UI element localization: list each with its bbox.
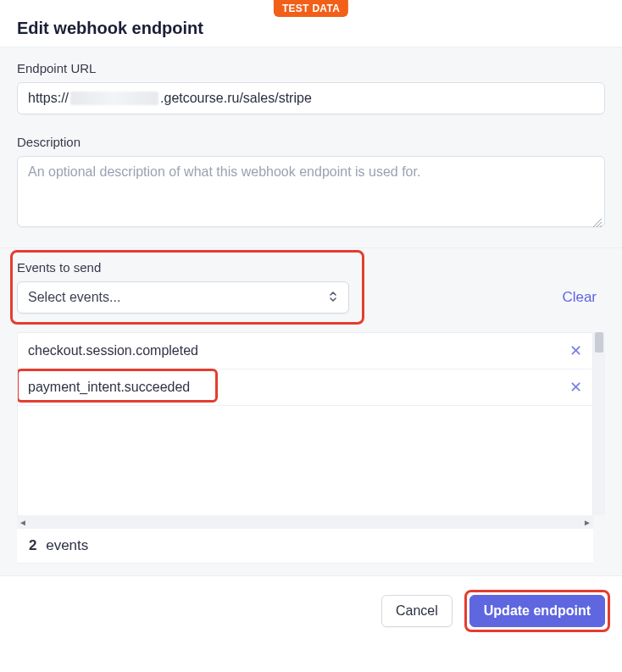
url-suffix: .getcourse.ru/sales/stripe <box>160 91 312 106</box>
dialog-footer: Cancel Update endpoint <box>0 576 622 642</box>
events-section: Events to send Select events... Clear ch… <box>0 248 622 576</box>
events-count-label: events <box>46 537 88 553</box>
events-list: checkout.session.completed ✕ payment_int… <box>17 332 593 529</box>
vertical-scrollbar[interactable] <box>593 332 605 515</box>
event-name: checkout.session.completed <box>28 343 198 358</box>
description-input[interactable] <box>17 156 605 227</box>
events-label: Events to send <box>17 260 605 275</box>
select-events-placeholder: Select events... <box>28 290 120 305</box>
event-name: payment_intent.succeeded <box>28 380 190 395</box>
clear-events-link[interactable]: Clear <box>562 289 597 306</box>
description-label: Description <box>17 135 605 149</box>
select-events-dropdown[interactable]: Select events... <box>17 281 349 314</box>
horizontal-scrollbar[interactable]: ◄ ► <box>17 515 593 529</box>
events-count-summary: 2 events <box>17 529 593 564</box>
update-endpoint-button[interactable]: Update endpoint <box>469 595 605 627</box>
chevron-updown-icon <box>328 290 338 305</box>
events-count: 2 <box>29 537 36 553</box>
remove-event-icon[interactable]: ✕ <box>569 342 582 360</box>
cancel-button[interactable]: Cancel <box>381 595 453 627</box>
highlight-update: Update endpoint <box>464 590 610 632</box>
url-prefix: https:// <box>28 91 69 106</box>
event-row: checkout.session.completed ✕ <box>18 333 592 369</box>
remove-event-icon[interactable]: ✕ <box>569 378 582 397</box>
event-row: payment_intent.succeeded ✕ <box>18 369 592 406</box>
scroll-left-icon[interactable]: ◄ <box>19 518 27 527</box>
scroll-right-icon[interactable]: ► <box>583 518 591 527</box>
test-data-badge: TEST DATA <box>274 0 348 17</box>
redacted-domain <box>70 92 158 105</box>
endpoint-url-input[interactable]: https:// .getcourse.ru/sales/stripe <box>17 82 605 114</box>
endpoint-url-section: Endpoint URL https:// .getcourse.ru/sale… <box>0 47 622 248</box>
endpoint-url-label: Endpoint URL <box>17 61 605 75</box>
